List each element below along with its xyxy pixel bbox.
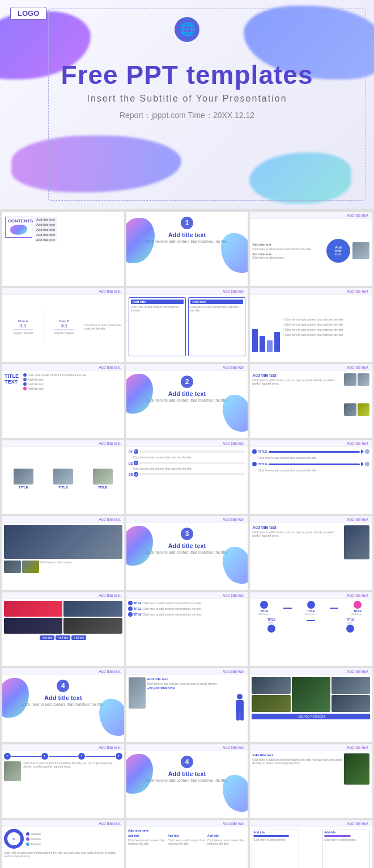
slide-header-15: Add title text (250, 516, 372, 523)
logo-box: LOGO (10, 7, 46, 20)
slide-header-13: Add title text (2, 516, 124, 523)
slide-header-22: Add title text (2, 744, 124, 751)
slide-thumb-5[interactable]: Add title text Add title Click here to a… (126, 288, 248, 362)
slide-thumb-4[interactable]: Add title text Plan A 3.1 Report / Repor… (2, 288, 124, 362)
slide-header-17: Add title text (126, 592, 248, 599)
slide-thumb-1[interactable]: CONTENTS Add title text Add title text A… (2, 212, 124, 286)
slide-header-20: Add title text (126, 668, 248, 675)
slide-thumb-19[interactable]: Add title text 4 Add title text Click he… (2, 668, 124, 742)
hero-title: Free PPT templates (0, 60, 374, 90)
blob-bottom-right (249, 153, 351, 204)
title-text-label: TITLETEXT (5, 373, 22, 385)
slide-header-24: Add title text (250, 744, 372, 751)
slide-thumb-8[interactable]: Add title text 2 Add title text Click he… (126, 364, 248, 438)
slide-header-23: Add title text (126, 744, 248, 751)
contents-box: CONTENTS (5, 217, 32, 238)
slide-thumb-22[interactable]: Add title text T T T T Click here to add… (2, 744, 124, 818)
slide-header-18: Add title text (250, 592, 372, 599)
slide-thumb-20[interactable]: Add title text Add title text Click here… (126, 668, 248, 742)
slide-number-3: 3 (181, 528, 193, 540)
slide-header-27: Add title text (250, 820, 372, 827)
slide-thumb-25[interactable]: Add title text % Add title Add title (2, 820, 124, 868)
photo-grid (344, 373, 369, 432)
plan-b: Plan B (46, 319, 83, 323)
slide-header-8: Add title text (126, 364, 248, 371)
contents-lines: Add title text Add title text Add title … (35, 217, 57, 243)
contents-label: CONTENTS (8, 218, 29, 224)
bar-4 (274, 332, 280, 352)
slide-number-4: 4 (57, 680, 69, 692)
slide-thumb-24[interactable]: Add title text Add title text Click here… (250, 744, 372, 818)
slide-thumb-11[interactable]: Add title text 01 🔍 Click here to add co… (126, 440, 248, 514)
slide-number-2: 2 (181, 376, 193, 388)
slide-header-16: Add title text (2, 592, 124, 599)
slide-thumb-23[interactable]: Add title text 4 Add title text Click he… (126, 744, 248, 818)
slide-header-19: Add title text (2, 668, 124, 675)
bar-3 (267, 340, 273, 352)
slide-thumb-6[interactable]: Add title text • Click here to add conte… (250, 288, 372, 362)
slide-header-11: Add title text (126, 440, 248, 447)
slide-thumb-3[interactable]: Add title text Add title text Click here… (250, 212, 372, 286)
plan-a: Plan A (5, 319, 42, 323)
slide-thumb-7[interactable]: Add title text TITLETEXT Click here to a… (2, 364, 124, 438)
slide-thumb-15[interactable]: Add title text Add title text Click here… (250, 516, 372, 590)
slide-thumb-26[interactable]: Add title text Add title text Add title … (126, 820, 248, 868)
slide-header-7: Add title text (2, 364, 124, 371)
slide-thumb-9[interactable]: Add title text Add title text Click here… (250, 364, 372, 438)
slide-thumb-13[interactable]: Add title text Click here to add content… (2, 516, 124, 590)
slide-thumb-14[interactable]: Add title text 3 Add title text Click he… (126, 516, 248, 590)
slide-header-25: Add title text (2, 820, 124, 827)
slide-thumb-12[interactable]: Add title text TITLE Click here to add c… (250, 440, 372, 514)
slide-thumb-16[interactable]: Add title text Add title Add title Add t… (2, 592, 124, 666)
blob-bottom-left (11, 136, 181, 192)
slide-thumb-27[interactable]: Add title text Add title Click here to a… (250, 820, 372, 868)
hero-slide: LOGO 🌐 Free PPT templates Insert the Sub… (0, 0, 374, 210)
slide-thumb-21[interactable]: Add title text +32,400 PERSON (250, 668, 372, 742)
slide-thumb-17[interactable]: Add title text TITLE Click here to add c… (126, 592, 248, 666)
slide-number-1: 1 (181, 217, 193, 229)
hero-subtitle: Insert the Subtitle of Your Presentation (0, 94, 374, 104)
slide-header-12: Add title text (250, 440, 372, 447)
bar-1 (252, 329, 258, 352)
slide-header-9: Add title text (250, 364, 372, 371)
photo-thumb (352, 242, 369, 259)
thumbnail-grid: CONTENTS Add title text Add title text A… (0, 210, 374, 868)
slide-header-3: Add title text (250, 212, 372, 219)
slide-header-26: Add title text (126, 820, 248, 827)
slide-header-14: Add title text (126, 516, 248, 523)
slide-thumb-2[interactable]: 1 Add title text Click here to add conte… (126, 212, 248, 286)
hero-report: Report：jpppt.com Time：20XX.12.12 (0, 111, 374, 121)
slide-header-4: Add title text (2, 288, 124, 295)
circle-text: Addtitletext (326, 239, 350, 263)
bar-2 (260, 336, 265, 352)
globe-icon: 🌐 (175, 17, 199, 42)
slide-header-6: Add title text (250, 288, 372, 295)
slide-header-10: Add title text (2, 440, 124, 447)
slide-header-21: Add title text (250, 668, 372, 675)
slide-thumb-18[interactable]: Add title text TITLE Click here... TITLE… (250, 592, 372, 666)
slide-header-5: Add title text (126, 288, 248, 295)
slide-thumb-10[interactable]: Add title text TITLE TITLE TITLE (2, 440, 124, 514)
slide-number-4b: 4 (181, 756, 193, 768)
